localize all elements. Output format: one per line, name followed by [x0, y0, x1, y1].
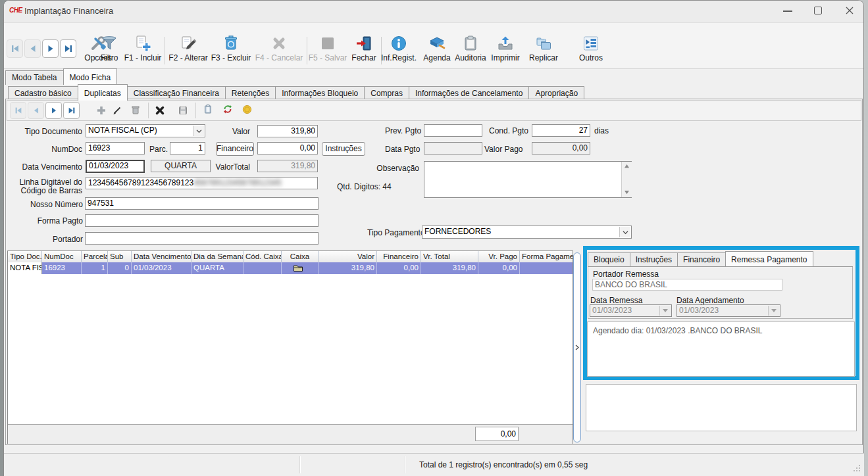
cell-parcela[interactable]: 1: [82, 262, 108, 274]
close-button[interactable]: [845, 6, 854, 15]
numdoc-label: NumDoc: [13, 145, 82, 154]
cell-vr-total[interactable]: 319,80: [421, 262, 478, 274]
resize-grip[interactable]: [853, 464, 861, 472]
cancel-x-small-icon: [155, 105, 165, 116]
nav-previous-button[interactable]: [24, 39, 41, 58]
portador-remessa-field[interactable]: BANCO DO BRASIL: [592, 279, 782, 291]
column-header[interactable]: NumDoc: [42, 251, 82, 262]
cell-data-vencimento[interactable]: 01/03/2023: [132, 262, 191, 274]
cell-forma-pagamento[interactable]: [520, 262, 573, 274]
tab-financeiro[interactable]: Financeiro: [677, 252, 726, 266]
record-paste-button[interactable]: [203, 104, 213, 114]
dia-da-semana-field: QUARTA: [151, 160, 211, 172]
record-next-button[interactable]: [45, 102, 62, 119]
column-header[interactable]: Cód. Caixa: [243, 251, 282, 262]
nav-last-icon: [67, 106, 76, 115]
forma-pagto-field[interactable]: [85, 214, 319, 227]
cell-cod-caixa[interactable]: [243, 262, 282, 274]
record-edit-button[interactable]: [112, 105, 122, 116]
prev-pgto-field[interactable]: [424, 124, 482, 137]
nav-first-icon: [14, 106, 23, 115]
record-cancel-button[interactable]: [155, 105, 165, 116]
tab-remessa-pagamento[interactable]: Remessa Pagamento: [725, 251, 813, 266]
record-add-button[interactable]: [96, 105, 107, 116]
cell-tipo-doc[interactable]: NOTA FIS: [8, 262, 42, 274]
tab-duplicatas[interactable]: Duplicatas: [78, 84, 128, 101]
column-header[interactable]: Sub: [108, 251, 132, 262]
valor-total-label: ValorTotal: [214, 162, 250, 172]
tab-modo-ficha[interactable]: Modo Ficha: [63, 68, 118, 85]
nav-last-button[interactable]: [60, 39, 76, 58]
agenda-button[interactable]: Agenda: [421, 34, 453, 67]
observacao-scrollbar[interactable]: [621, 162, 632, 197]
portador-field[interactable]: [85, 232, 319, 245]
column-header[interactable]: Financeiro: [377, 251, 421, 262]
record-currency-button[interactable]: [242, 105, 252, 114]
tipo-pagamento-select[interactable]: FORNECEDORES: [422, 226, 632, 239]
tipo-pagamento-label: Tipo Pagamento: [367, 228, 419, 237]
data-vencimento-label: Data Vencimento: [13, 162, 82, 172]
maximize-button[interactable]: [814, 7, 822, 14]
column-header[interactable]: Parcela: [82, 251, 108, 262]
record-first-button[interactable]: [10, 102, 26, 119]
excluir-button[interactable]: F3 - Excluir: [206, 34, 256, 67]
data-vencimento-field[interactable]: 01/03/2023: [86, 160, 145, 173]
observacao-textarea[interactable]: [424, 161, 632, 198]
forma-pagto-label: Forma Pagto: [13, 216, 83, 226]
cell-financeiro[interactable]: 0,00: [377, 262, 421, 274]
numdoc-field[interactable]: 16923: [86, 142, 145, 155]
cell-vr-pago[interactable]: 0,00: [478, 262, 520, 274]
inf-regist-button[interactable]: Inf.Regist.: [378, 34, 420, 67]
column-header[interactable]: Vr. Total: [421, 251, 478, 262]
status-bar-divider: [168, 456, 169, 473]
financeiro-valor-field[interactable]: 0,00: [257, 142, 318, 155]
panel-splitter[interactable]: [573, 252, 581, 442]
column-header[interactable]: Dia da Semana: [191, 251, 243, 262]
salvar-button: F5 - Salvar: [304, 34, 351, 67]
cell-valor[interactable]: 319,80: [319, 262, 377, 274]
incluir-button[interactable]: F1 - Incluir: [117, 34, 168, 67]
minimize-button[interactable]: [783, 11, 792, 12]
chevron-down-icon: [659, 306, 671, 316]
nav-next-icon: [49, 106, 59, 115]
fechar-button[interactable]: Fechar: [347, 34, 380, 67]
cell-dia-da-semana[interactable]: QUARTA: [191, 262, 243, 274]
grid-selected-row[interactable]: NOTA FIS 16923 1 0 01/03/2023 QUARTA 319…: [8, 262, 573, 274]
record-delete-button[interactable]: [130, 105, 141, 115]
linha-digitavel-field[interactable]: 1234564567891234567891234567891234567891…: [86, 177, 318, 189]
replicar-button[interactable]: Replicar: [525, 34, 562, 67]
splitter-arrow-icon: [575, 345, 579, 350]
chevron-down-icon[interactable]: [619, 227, 630, 237]
record-previous-button[interactable]: [28, 102, 44, 119]
financeiro-button[interactable]: Financeiro: [216, 142, 254, 156]
tab-instrucoes[interactable]: Instruções: [630, 252, 678, 266]
nav-next-button[interactable]: [42, 39, 59, 58]
column-header[interactable]: Forma Pagamen: [520, 251, 573, 262]
tipo-documento-select[interactable]: NOTA FISCAL (CP): [86, 124, 205, 137]
column-header[interactable]: Data Vencimento: [132, 251, 191, 262]
cell-numdoc[interactable]: 16923: [42, 262, 82, 274]
parc-field[interactable]: 1: [170, 142, 205, 155]
imprimir-button[interactable]: Imprimir: [488, 34, 523, 67]
cond-pgto-field[interactable]: 27: [532, 124, 590, 137]
column-header[interactable]: Caixa: [282, 251, 319, 262]
column-header[interactable]: Tipo Doc.: [8, 251, 42, 262]
tipo-documento-label: Tipo Documento: [13, 127, 82, 136]
record-last-button[interactable]: [63, 102, 80, 119]
nav-first-button[interactable]: [7, 39, 23, 58]
column-header[interactable]: Valor: [319, 251, 377, 262]
record-save-button[interactable]: [178, 105, 188, 116]
tab-modo-tabela[interactable]: Modo Tabela: [5, 70, 64, 85]
instrucoes-button[interactable]: Instruções: [322, 142, 365, 156]
nosso-numero-field[interactable]: 947531: [85, 197, 319, 210]
valor-field[interactable]: 319,80: [257, 125, 318, 137]
auditoria-button[interactable]: Auditoria: [451, 34, 490, 67]
tab-bloqueio[interactable]: Bloqueio: [588, 252, 630, 266]
chevron-down-icon[interactable]: [193, 126, 204, 136]
side-panel-notes-box: [586, 384, 857, 431]
cell-sub[interactable]: 0: [108, 262, 132, 274]
outros-button[interactable]: Outros: [575, 34, 607, 67]
cell-caixa[interactable]: [282, 262, 319, 274]
column-header[interactable]: Vr. Pago: [478, 251, 520, 262]
record-refresh-button[interactable]: [222, 104, 233, 114]
